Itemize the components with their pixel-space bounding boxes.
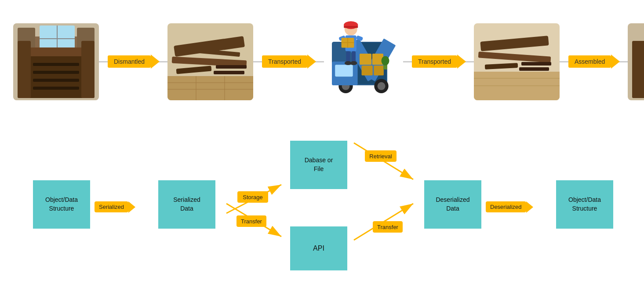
assembled-bed-image-1 xyxy=(13,23,99,100)
serialized-arrow: Serialized xyxy=(95,201,128,212)
svg-rect-37 xyxy=(360,54,371,65)
mover-truck-image xyxy=(324,18,403,106)
svg-rect-18 xyxy=(33,71,79,74)
main-diagram: Dismantled xyxy=(0,0,644,288)
svg-rect-58 xyxy=(346,51,350,62)
svg-rect-51 xyxy=(344,26,358,28)
svg-rect-70 xyxy=(519,67,549,71)
serialized-data-box: SerializedData xyxy=(158,180,215,229)
svg-rect-16 xyxy=(81,41,95,98)
dismantled-bed-destination-image xyxy=(474,23,560,100)
assembled-connector: Assembled xyxy=(560,55,628,68)
line-left xyxy=(99,61,108,62)
svg-point-61 xyxy=(350,61,357,65)
line-left-2 xyxy=(253,61,262,62)
svg-rect-77 xyxy=(632,41,644,98)
dismantled-bed-image xyxy=(167,23,253,100)
transfer-arrow-container-left: Transfer xyxy=(224,201,295,241)
transported-label-1: Transported xyxy=(262,55,307,68)
svg-rect-22 xyxy=(167,76,253,100)
object-data-structure-box-left: Object/DataStructure xyxy=(33,180,90,229)
svg-text:Transfer: Transfer xyxy=(241,218,262,225)
dismantled-label: Dismantled xyxy=(108,55,151,68)
svg-rect-30 xyxy=(216,65,247,69)
svg-rect-39 xyxy=(362,66,373,76)
line-left-4 xyxy=(560,61,568,62)
top-analogy-row: Dismantled xyxy=(0,11,644,112)
transported-connector-1: Transported xyxy=(253,55,324,68)
assembled-label: Assembled xyxy=(568,55,611,68)
assembled-bed-image-2 xyxy=(628,23,644,100)
transported-label-2: Transported xyxy=(412,55,457,68)
svg-rect-17 xyxy=(33,63,79,66)
svg-rect-20 xyxy=(33,87,79,90)
retrieval-arrow-container: Retrieval xyxy=(352,141,424,185)
database-file-box: Dabase orFile xyxy=(290,141,347,189)
svg-rect-69 xyxy=(521,62,551,66)
svg-point-42 xyxy=(382,56,389,66)
svg-text:Storage: Storage xyxy=(243,194,263,201)
object-data-structure-box-right: Object/DataStructure xyxy=(556,180,613,229)
line-left-3 xyxy=(403,61,412,62)
svg-rect-59 xyxy=(352,51,356,62)
transfer-arrow-container-right: Transfer xyxy=(352,201,424,245)
svg-rect-48 xyxy=(335,65,353,77)
svg-text:Transfer: Transfer xyxy=(377,224,399,230)
svg-point-46 xyxy=(378,82,386,90)
serialization-diagram: Object/DataStructure Serialized Serializ… xyxy=(9,136,635,277)
svg-rect-40 xyxy=(374,66,384,76)
dismantled-connector: Dismantled xyxy=(99,55,167,68)
svg-rect-19 xyxy=(33,79,79,82)
svg-text:Retrieval: Retrieval xyxy=(369,153,392,160)
deserialized-arrow: Deserialized xyxy=(486,201,526,212)
svg-rect-31 xyxy=(214,71,244,74)
transported-connector-2: Transported xyxy=(403,55,474,68)
svg-rect-15 xyxy=(18,41,31,98)
deserialized-data-box: DeserializedData xyxy=(424,180,481,229)
api-box: API xyxy=(290,226,347,270)
